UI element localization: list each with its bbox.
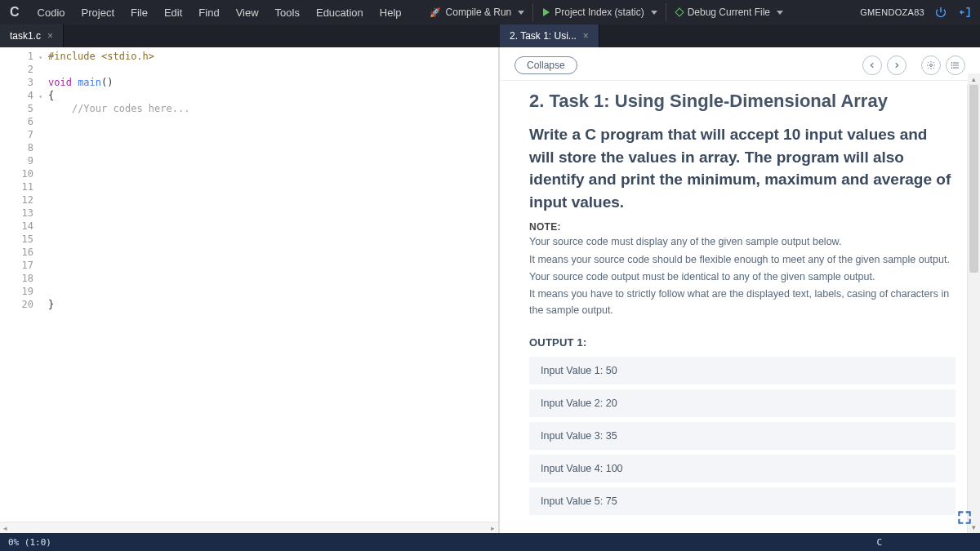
close-icon[interactable]: × [47, 30, 53, 42]
menu-item-find[interactable]: Find [190, 3, 227, 22]
menu-item-help[interactable]: Help [372, 3, 410, 22]
line-number: 16 [0, 246, 45, 259]
line-number: 12 [0, 193, 45, 207]
code-line[interactable] [48, 115, 495, 128]
project-index-button[interactable]: Project Index (static) [535, 3, 666, 21]
debug-button[interactable]: Debug Current File [668, 3, 791, 21]
note-line: It means you have to strictly follow wha… [529, 287, 956, 318]
scrollbar-thumb[interactable] [969, 85, 978, 273]
line-number: 7 [0, 128, 45, 141]
code-line[interactable] [48, 272, 495, 285]
editor-tab-task1[interactable]: task1.c × [0, 24, 64, 47]
line-number: 5 [0, 102, 45, 115]
line-number: 8 [0, 141, 45, 154]
line-number: 19 [0, 285, 45, 298]
code-line[interactable] [48, 128, 495, 141]
line-number: 14 [0, 220, 45, 233]
code-line[interactable] [48, 246, 495, 259]
code-line[interactable] [48, 154, 495, 167]
line-number: 13 [0, 207, 45, 220]
line-number: 1 [0, 50, 45, 63]
menu-item-file[interactable]: File [122, 3, 156, 22]
code-line[interactable] [48, 207, 495, 220]
line-number: 2 [0, 63, 45, 76]
code-line[interactable]: #include <stdio.h> [48, 50, 495, 63]
code-line[interactable]: { [48, 89, 495, 102]
guide-pane: Collapse 2. Task 1: Using Single-Dimensi… [500, 47, 980, 533]
editor-gutter: 1234567891011121314151617181920 [0, 47, 45, 533]
menubar: C CodioProjectFileEditFindViewToolsEduca… [0, 0, 980, 24]
svg-point-6 [951, 68, 952, 69]
code-line[interactable] [48, 63, 495, 76]
code-line[interactable]: void main() [48, 76, 495, 89]
main-area: 1234567891011121314151617181920 #include… [0, 47, 980, 533]
debug-icon [675, 7, 684, 16]
rocket-icon [430, 7, 441, 18]
power-icon[interactable] [933, 4, 949, 20]
line-number: 4 [0, 89, 45, 102]
svg-point-4 [951, 63, 952, 64]
codio-logo-icon: C [7, 5, 23, 20]
code-line[interactable] [48, 141, 495, 154]
code-line[interactable]: } [48, 298, 495, 311]
toc-list-icon[interactable] [946, 56, 965, 75]
code-line[interactable] [48, 259, 495, 272]
editor-hscrollbar[interactable]: ◂▸ [0, 522, 498, 533]
sample-output-row: Input Value 5: 75 [529, 487, 956, 515]
svg-point-0 [930, 64, 933, 67]
settings-gear-icon[interactable] [921, 56, 941, 75]
line-number: 18 [0, 272, 45, 285]
line-number: 11 [0, 180, 45, 193]
code-line[interactable] [48, 285, 495, 298]
menu-item-codio[interactable]: Codio [29, 3, 74, 22]
menu-item-project[interactable]: Project [74, 3, 122, 22]
code-line[interactable] [48, 193, 495, 207]
collapse-button[interactable]: Collapse [514, 56, 577, 74]
exit-icon[interactable] [957, 4, 973, 20]
menu-item-education[interactable]: Education [308, 3, 372, 22]
sample-output-row: Input Value 4: 100 [529, 455, 956, 482]
menu-item-view[interactable]: View [228, 3, 267, 22]
compile-run-label: Compile & Run [446, 7, 512, 18]
sample-output-row: Input Value 1: 50 [529, 357, 956, 384]
note-line: It means your source code should be flex… [529, 252, 956, 268]
fullscreen-icon[interactable] [954, 507, 975, 528]
line-number: 6 [0, 115, 45, 128]
status-language: C [868, 537, 980, 548]
menu-item-tools[interactable]: Tools [267, 3, 308, 22]
chevron-down-icon [651, 11, 657, 15]
guide-scrollbar[interactable]: ▴ ▾ [967, 85, 980, 533]
editor-code[interactable]: #include <stdio.h>void main(){ //Your co… [45, 47, 498, 533]
chevron-down-icon [518, 11, 524, 15]
line-number: 17 [0, 259, 45, 272]
editor-tab-label: task1.c [10, 30, 41, 42]
code-line[interactable] [48, 220, 495, 233]
code-line[interactable] [48, 180, 495, 193]
menu-item-edit[interactable]: Edit [156, 3, 190, 22]
code-line[interactable] [48, 233, 495, 246]
note-line: Your source code output must be identica… [529, 269, 956, 285]
play-icon [543, 8, 550, 16]
line-number: 20 [0, 298, 45, 311]
guide-description: Write a C program that will accept 10 in… [529, 123, 956, 213]
compile-run-button[interactable]: Compile & Run [421, 3, 534, 21]
guide-tab-label: 2. Task 1: Usi... [510, 30, 577, 42]
chevron-down-icon [777, 11, 783, 15]
note-line: Your source code must display any of the… [529, 234, 956, 250]
guide-toolbar: Collapse [500, 47, 980, 81]
line-number: 3 [0, 76, 45, 89]
output-heading: OUTPUT 1: [529, 336, 956, 349]
statusbar: 0% (1:0) C [0, 533, 980, 551]
guide-content: 2. Task 1: Using Single-Dimensional Arra… [500, 81, 980, 533]
close-icon[interactable]: × [583, 30, 589, 42]
next-page-button[interactable] [887, 56, 906, 75]
sample-output-row: Input Value 3: 35 [529, 422, 956, 450]
guide-tab-task1[interactable]: 2. Task 1: Usi... × [500, 24, 599, 47]
svg-point-5 [951, 65, 952, 66]
sample-output-row: Input Value 2: 20 [529, 389, 956, 417]
project-index-label: Project Index (static) [555, 7, 644, 18]
tabbar: task1.c × 2. Task 1: Usi... × [0, 24, 980, 47]
code-line[interactable] [48, 167, 495, 180]
code-line[interactable]: //Your codes here... [48, 102, 495, 115]
prev-page-button[interactable] [862, 56, 882, 75]
